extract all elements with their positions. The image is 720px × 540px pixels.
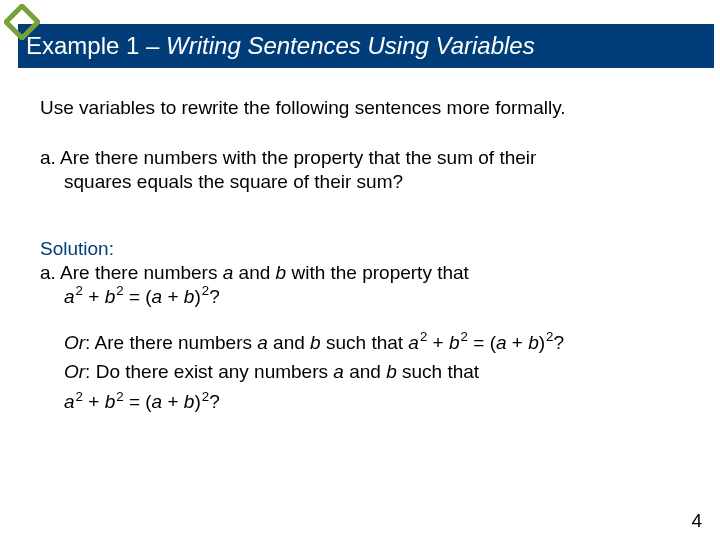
- or1-s2: 2: [460, 329, 468, 344]
- eq-sup1: 2: [75, 283, 83, 298]
- answer-pre: Are there numbers: [56, 262, 223, 283]
- eq-plus2: +: [162, 286, 184, 307]
- or2-colon: : Do there exist any numbers: [85, 361, 333, 382]
- or1-and: and: [268, 332, 310, 353]
- var-b: b: [276, 262, 287, 283]
- eq-a: a: [64, 286, 75, 307]
- or2-eqb: b: [105, 391, 116, 412]
- slide-body: Use variables to rewrite the following s…: [40, 96, 690, 420]
- solution-label: Solution:: [40, 237, 690, 261]
- diamond-icon: [4, 4, 40, 44]
- question-line1: a. Are there numbers with the property t…: [40, 146, 690, 170]
- question-text1: Are there numbers with the property that…: [56, 147, 537, 168]
- title-bar: Example 1 – Writing Sentences Using Vari…: [18, 24, 714, 68]
- eq-sup2: 2: [115, 283, 123, 298]
- or2-b2: b: [184, 391, 195, 412]
- or1-s1: 2: [419, 329, 427, 344]
- or2-p2: +: [162, 391, 184, 412]
- question-line2: squares equals the square of their sum?: [40, 170, 690, 194]
- or2-a2: a: [152, 391, 163, 412]
- title-italic: Writing Sentences Using Variables: [166, 32, 535, 59]
- question-block: a. Are there numbers with the property t…: [40, 146, 690, 194]
- or1-b: b: [310, 332, 321, 353]
- or2-line2: a2 + b2 = (a + b)2?: [64, 390, 690, 414]
- answer-block: a. Are there numbers a and b with the pr…: [40, 261, 690, 309]
- or1-a2: a: [496, 332, 507, 353]
- or1-eqb: b: [449, 332, 460, 353]
- eq-q: ?: [209, 286, 220, 307]
- or1-colon: : Are there numbers: [85, 332, 257, 353]
- or1-p1: +: [427, 332, 449, 353]
- or2-a: a: [333, 361, 344, 382]
- or1-such: such that: [321, 332, 409, 353]
- question-label: a.: [40, 147, 56, 168]
- or2-q: ?: [209, 391, 220, 412]
- or2-and: and: [344, 361, 386, 382]
- or2-such: such that: [397, 361, 479, 382]
- or2-s1: 2: [75, 389, 83, 404]
- or2-p1: +: [83, 391, 105, 412]
- or1-or: Or: [64, 332, 85, 353]
- or2-eqa: a: [64, 391, 75, 412]
- or2-b: b: [386, 361, 397, 382]
- title-prefix: Example 1 –: [26, 32, 166, 59]
- answer-label: a.: [40, 262, 56, 283]
- answer-equation: a2 + b2 = (a + b)2?: [40, 285, 690, 309]
- or1-s3: 2: [545, 329, 553, 344]
- or2-cl: ): [194, 391, 200, 412]
- or1-b2: b: [528, 332, 539, 353]
- eq-a2: a: [152, 286, 163, 307]
- answer-post: with the property that: [286, 262, 469, 283]
- eq-close: ): [194, 286, 200, 307]
- or1-q: ?: [554, 332, 565, 353]
- var-a: a: [223, 262, 234, 283]
- or1-a: a: [257, 332, 268, 353]
- eq-b2: b: [184, 286, 195, 307]
- eq-sup3: 2: [201, 283, 209, 298]
- intro-text: Use variables to rewrite the following s…: [40, 96, 690, 120]
- or1-eq: = (: [468, 332, 496, 353]
- or1-eqa: a: [408, 332, 419, 353]
- or2-eq: = (: [124, 391, 152, 412]
- eq-eq: = (: [124, 286, 152, 307]
- or2-s3: 2: [201, 389, 209, 404]
- slide-title: Example 1 – Writing Sentences Using Vari…: [26, 32, 535, 60]
- answer-line1: a. Are there numbers a and b with the pr…: [40, 261, 690, 285]
- page-number: 4: [691, 510, 702, 532]
- eq-plus1: +: [83, 286, 105, 307]
- or1-line: Or: Are there numbers a and b such that …: [64, 331, 690, 355]
- svg-marker-0: [6, 6, 38, 38]
- eq-b: b: [105, 286, 116, 307]
- or-block: Or: Are there numbers a and b such that …: [40, 331, 690, 414]
- or2-line1: Or: Do there exist any numbers a and b s…: [64, 360, 690, 384]
- or1-p2: +: [507, 332, 529, 353]
- answer-mid: and: [233, 262, 275, 283]
- or2-s2: 2: [115, 389, 123, 404]
- or2-or: Or: [64, 361, 85, 382]
